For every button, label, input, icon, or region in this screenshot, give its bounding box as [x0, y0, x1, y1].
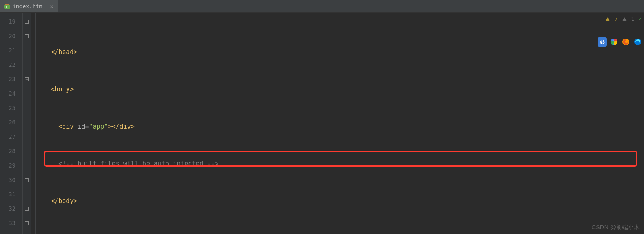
- line-number: 24: [0, 86, 22, 101]
- webstorm-icon[interactable]: WS: [598, 37, 607, 47]
- warning-count: 7: [614, 16, 617, 22]
- tab-filename: index.html: [13, 3, 46, 9]
- svg-rect-1: [5, 4, 9, 5]
- line-number: 34: [0, 230, 22, 234]
- weak-warning-count: 1: [631, 16, 634, 22]
- line-number: 20: [0, 29, 22, 43]
- line-number: 33: [0, 216, 22, 230]
- code-line: <script src="./config.js" type="text/jav…: [35, 231, 644, 234]
- fold-end-icon[interactable]: –: [25, 221, 29, 225]
- weak-warning-icon: [622, 16, 627, 22]
- svg-text:H: H: [6, 6, 8, 8]
- chrome-icon[interactable]: [609, 37, 619, 47]
- inspections-summary[interactable]: 7 1 ✓: [605, 16, 641, 22]
- line-number: 30: [0, 173, 22, 187]
- line-number: 22: [0, 58, 22, 72]
- code-content[interactable]: </head> <body> <div id="app"></div> <!--…: [31, 13, 644, 234]
- code-line: <div id="app"></div>: [35, 119, 644, 134]
- code-line: </head>: [35, 45, 644, 59]
- code-line: </body>: [35, 194, 644, 208]
- line-number: 19: [0, 14, 22, 29]
- line-number: 32: [0, 201, 22, 216]
- line-number: 21: [0, 43, 22, 58]
- fold-end-icon[interactable]: –: [25, 20, 29, 24]
- editor-area[interactable]: 19 20 21 22 23 24 25 26 27 28 29 30 31 3…: [0, 13, 644, 234]
- close-icon[interactable]: ×: [50, 3, 53, 10]
- tab-bar: H index.html ×: [0, 0, 644, 13]
- tab-index-html[interactable]: H index.html ×: [0, 0, 58, 12]
- code-line: <!-- built files will be auto injected -…: [35, 157, 644, 171]
- line-number: 31: [0, 187, 22, 201]
- fold-end-icon[interactable]: –: [25, 77, 29, 81]
- firefox-icon[interactable]: [621, 37, 630, 47]
- fold-toggle-icon[interactable]: –: [25, 178, 29, 182]
- line-number: 25: [0, 101, 22, 115]
- fold-gutter: – – – – – –: [23, 13, 31, 234]
- line-number-gutter: 19 20 21 22 23 24 25 26 27 28 29 30 31 3…: [0, 13, 23, 234]
- browser-preview-toolbar: WS: [598, 37, 642, 47]
- line-number: 28: [0, 144, 22, 158]
- line-number: 29: [0, 158, 22, 173]
- inspection-eye-icon: ✓: [639, 16, 641, 22]
- warning-icon: [605, 16, 610, 22]
- line-number: 26: [0, 115, 22, 129]
- line-number: 27: [0, 129, 22, 144]
- edge-icon[interactable]: [633, 37, 642, 47]
- fold-end-icon[interactable]: –: [25, 207, 29, 211]
- fold-toggle-icon[interactable]: –: [25, 34, 29, 38]
- html-file-icon: H: [4, 3, 10, 9]
- line-number: 23: [0, 72, 22, 86]
- code-line: <body>: [35, 82, 644, 96]
- watermark: CSDN @前端小木: [592, 224, 640, 231]
